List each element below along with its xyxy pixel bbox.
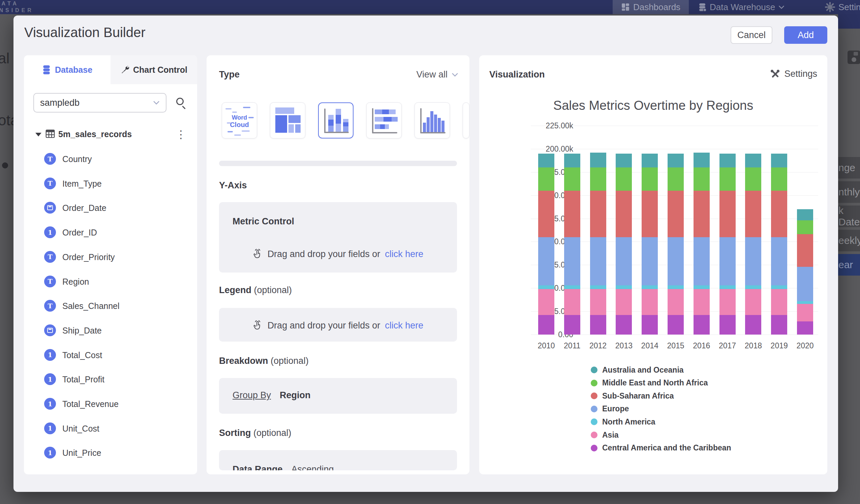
bar-segment-australia-and-oceania: [745, 154, 761, 168]
bar-segment-europe: [538, 237, 554, 285]
chart-type-word-cloud[interactable]: Word Cloud: [222, 102, 257, 139]
legend-dot: [591, 392, 598, 399]
bar-segment-middle-east-and-north-africa: [590, 168, 606, 191]
legend-dot: [591, 432, 598, 438]
legend-item-europe[interactable]: Europe: [591, 405, 629, 413]
x-axis-tick-label: 2016: [688, 341, 715, 350]
modal-title: Visualization Builder: [24, 25, 145, 40]
tab-database[interactable]: Database: [24, 55, 111, 84]
field-item-sales_channel[interactable]: TSales_Channel: [24, 297, 197, 315]
chart-settings-button[interactable]: Settings: [770, 69, 817, 79]
field-item-region[interactable]: TRegion: [24, 272, 197, 291]
metric-control-dropzone[interactable]: Metric Control Drag and drop your fields…: [219, 202, 457, 273]
date-field-icon: [44, 325, 56, 336]
legend-label: Europe: [602, 404, 629, 413]
save-icon[interactable]: [847, 51, 860, 64]
field-item-unit_cost[interactable]: 1Unit_Cost: [24, 419, 197, 438]
field-item-ship_date[interactable]: Ship_Date: [24, 321, 197, 340]
chart-builder-panel: Type View all Word Cloud: [206, 55, 470, 474]
chart-type-treemap[interactable]: [270, 102, 305, 139]
click-here-link[interactable]: click here: [385, 249, 423, 259]
nav-item-settings[interactable]: Settings: [825, 0, 860, 14]
sorting-dropzone[interactable]: Data Range Ascending: [219, 450, 457, 470]
bar-segment-middle-east-and-north-africa: [771, 168, 787, 191]
kebab-menu-icon[interactable]: ⋮: [175, 128, 186, 141]
legend-section-title: Legend (optional): [219, 285, 292, 296]
legend-item-sub-saharan-africa[interactable]: Sub-Saharan Africa: [591, 391, 674, 400]
field-item-total_revenue[interactable]: 1Total_Revenue: [24, 394, 197, 413]
search-icon[interactable]: [176, 98, 184, 105]
legend-dot: [591, 418, 598, 425]
type-section-title: Type: [219, 69, 240, 80]
click-here-link[interactable]: click here: [385, 320, 423, 331]
bar-segment-central-america-and-the-caribbean: [771, 315, 787, 334]
chart-type-stacked-bar[interactable]: [366, 102, 402, 139]
bar-segment-europe: [642, 237, 658, 285]
gear-icon: [825, 2, 835, 12]
database-icon: [698, 3, 706, 12]
field-item-order_date[interactable]: Order_Date: [24, 199, 197, 217]
tab-chart-control[interactable]: Chart Control: [111, 55, 197, 84]
field-item-item_type[interactable]: TItem_Type: [24, 174, 197, 193]
text-field-icon: T: [44, 177, 56, 189]
number-field-icon: 1: [44, 398, 56, 410]
x-axis-tick-label: 2010: [533, 341, 560, 350]
bar-segment-sub-saharan-africa: [590, 191, 606, 237]
visualization-panel: Visualization Settings Sales Metrics Ove…: [479, 55, 827, 474]
bar-segment-europe: [745, 237, 761, 285]
nav-item-dashboards[interactable]: Dashboards: [613, 0, 689, 14]
visualization-builder-modal: Visualization Builder Cancel Add Databas…: [13, 15, 838, 492]
number-field-icon: 1: [44, 373, 56, 385]
field-item-total_cost[interactable]: 1Total_Cost: [24, 346, 197, 364]
cancel-button[interactable]: Cancel: [731, 26, 772, 44]
field-item-country[interactable]: TCountry: [24, 149, 197, 169]
field-item-order_id[interactable]: 1Order_ID: [24, 223, 197, 242]
breakdown-dropzone[interactable]: Group By Region: [219, 378, 457, 414]
field-item-order_priority[interactable]: TOrder_Priority: [24, 248, 197, 267]
number-field-icon: 1: [44, 422, 56, 434]
chevron-down-icon: [778, 5, 785, 9]
bar-segment-asia: [616, 289, 632, 315]
gridline: [531, 334, 818, 335]
bar-segment-north-america: [797, 301, 813, 304]
nav-item-data-warehouse[interactable]: Data Warehouse: [698, 0, 785, 14]
drop-hint-text: Drag and drop your fields or: [268, 320, 381, 331]
database-select[interactable]: sampledb: [33, 93, 167, 113]
legend-item-asia[interactable]: Asia: [591, 431, 619, 439]
bar-segment-asia: [564, 289, 580, 315]
legend-dropzone[interactable]: Drag and drop your fields or click here: [219, 308, 457, 342]
sorting-direction: Ascending: [291, 464, 334, 470]
field-item-total_profit[interactable]: 1Total_Profit: [24, 370, 197, 389]
table-tree-node[interactable]: 5m_sales_records ⋮: [24, 127, 197, 142]
group-by-label[interactable]: Group By: [232, 390, 271, 401]
bar-segment-central-america-and-the-caribbean: [745, 315, 761, 334]
settings-label: Settings: [784, 69, 817, 79]
bar-segment-europe: [771, 237, 787, 285]
field-item-unit_price[interactable]: 1Unit_Price: [24, 443, 197, 462]
chart-type-next-partial[interactable]: [463, 102, 470, 139]
bar-segment-middle-east-and-north-africa: [616, 168, 632, 191]
add-button[interactable]: Add: [784, 26, 827, 44]
bar-segment-north-america: [771, 285, 787, 289]
view-all-dropdown[interactable]: View all: [416, 69, 458, 80]
legend-label: Middle East and North Africa: [602, 378, 708, 387]
metric-control-title: Metric Control: [232, 216, 294, 227]
bar-segment-central-america-and-the-caribbean: [668, 315, 684, 334]
app-logo: DATA INSIDER: [0, 0, 34, 14]
field-label: Total_Cost: [62, 350, 102, 360]
bar-segment-middle-east-and-north-africa: [797, 220, 813, 234]
bar-segment-sub-saharan-africa: [616, 191, 632, 237]
legend-item-middle-east-and-north-africa[interactable]: Middle East and North Africa: [591, 379, 708, 387]
chevron-down-icon: [153, 101, 160, 105]
x-axis-tick-label: 2020: [792, 341, 819, 350]
caret-down-icon[interactable]: [35, 133, 41, 136]
bar-segment-middle-east-and-north-africa: [668, 168, 684, 191]
tiles-scrollbar[interactable]: [219, 161, 457, 166]
chart-type-column[interactable]: [415, 102, 450, 139]
bar-segment-north-america: [590, 285, 606, 289]
chart-type-stacked-column[interactable]: [318, 102, 354, 139]
legend-item-australia-and-oceania[interactable]: Australia and Oceania: [591, 365, 684, 374]
legend-item-central-america-and-the-caribbean[interactable]: Central America and the Caribbean: [591, 444, 731, 452]
bar-segment-europe: [590, 237, 606, 285]
legend-item-north-america[interactable]: North America: [591, 417, 656, 426]
